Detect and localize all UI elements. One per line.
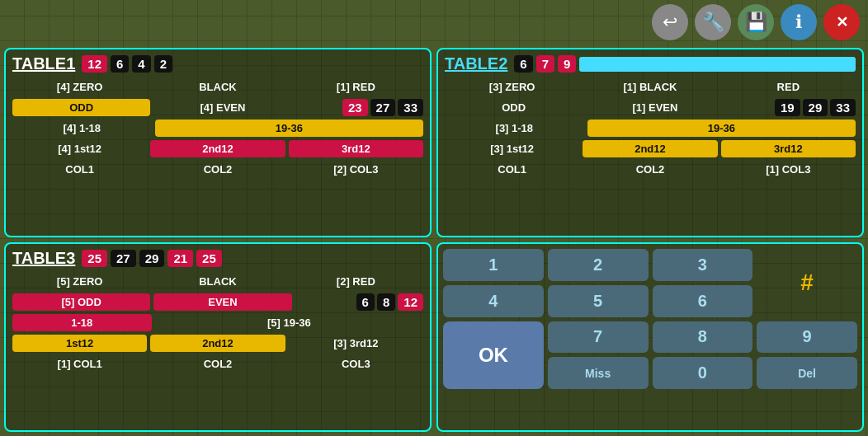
table3-118[interactable]: 1-18 (12, 314, 152, 331)
table3-badge-1[interactable]: 27 (111, 250, 136, 267)
table3-badge-4[interactable]: 25 (196, 250, 222, 267)
numpad-7[interactable]: 7 (548, 321, 649, 354)
table2-118[interactable]: [3] 1-18 (445, 120, 584, 137)
wrench-button[interactable]: 🔧 (695, 4, 731, 40)
table1-3rd12[interactable]: 3rd12 (289, 140, 423, 157)
table1-num23[interactable]: 23 (342, 99, 368, 116)
table3-col3[interactable]: COL3 (289, 355, 423, 373)
table2-panel: TABLE2 6 7 9 [3] ZERO [1] BLACK RED ODD … (436, 48, 864, 237)
back-button[interactable]: ↩ (652, 4, 688, 40)
table1-badge-2[interactable]: 4 (132, 55, 150, 73)
table3-num8[interactable]: 8 (377, 293, 395, 311)
table2-col3[interactable]: [1] COL3 (721, 161, 856, 178)
table2-red[interactable]: RED (721, 78, 856, 96)
table3-row3: 1-18 [5] 19-36 (12, 314, 423, 331)
table3-num12[interactable]: 12 (398, 293, 423, 311)
numpad-2[interactable]: 2 (548, 249, 649, 281)
table2-num33[interactable]: 33 (830, 99, 856, 116)
numpad-6[interactable]: 6 (653, 285, 753, 317)
table1-header: TABLE1 12 6 4 2 (12, 54, 423, 73)
table3-panel: TABLE3 25 27 29 21 25 [5] ZERO BLACK [2]… (4, 242, 432, 432)
table3-col1[interactable]: [1] COL1 (12, 355, 147, 373)
table3-1936[interactable]: [5] 19-36 (155, 314, 423, 331)
table2-zero[interactable]: [3] ZERO (445, 78, 579, 96)
table2-badge-2[interactable]: 9 (558, 55, 576, 73)
table2-3rd12[interactable]: 3rd12 (721, 140, 856, 157)
table3-badge-2[interactable]: 29 (139, 250, 165, 267)
table1-row3: [4] 1-18 19-36 (12, 120, 423, 137)
close-button[interactable]: ✕ (823, 4, 860, 40)
table1-1936[interactable]: 19-36 (155, 120, 423, 137)
miss-button[interactable]: Miss (548, 357, 649, 389)
ok-button[interactable]: OK (443, 321, 544, 390)
table1-num27[interactable]: 27 (370, 99, 396, 116)
table1-col1[interactable]: COL1 (12, 161, 147, 178)
table1-col2[interactable]: COL2 (150, 161, 285, 178)
table3-3rd12[interactable]: [3] 3rd12 (289, 335, 423, 352)
table3-zero[interactable]: [5] ZERO (12, 273, 147, 290)
table1-col3[interactable]: [2] COL3 (289, 161, 423, 178)
table3-even[interactable]: EVEN (153, 293, 291, 311)
table1-even[interactable]: [4] EVEN (153, 99, 291, 116)
numpad-3[interactable]: 3 (653, 249, 753, 281)
top-bar: ↩ 🔧 💾 ℹ ✕ (652, 4, 860, 40)
table2-even[interactable]: [1] EVEN (586, 99, 724, 116)
table3-2nd12[interactable]: 2nd12 (150, 335, 285, 352)
table3-odd[interactable]: [5] ODD (12, 293, 150, 311)
table1-row4: [4] 1st12 2nd12 3rd12 (12, 140, 423, 157)
numpad-panel: 1 2 3 # 4 5 6 OK 7 8 9 Miss 0 Del (436, 242, 864, 432)
table2-badge-0[interactable]: 6 (514, 55, 532, 73)
del-button[interactable]: Del (757, 357, 857, 389)
table1-panel: TABLE1 12 6 4 2 [4] ZERO BLACK [1] RED O… (4, 48, 432, 237)
table2-title: TABLE2 (445, 54, 507, 73)
table2-1936[interactable]: 19-36 (587, 120, 856, 137)
table1-1st12[interactable]: [4] 1st12 (12, 140, 147, 157)
table1-black[interactable]: BLACK (150, 78, 285, 96)
table3-col2[interactable]: COL2 (150, 355, 285, 373)
table1-row2: ODD [4] EVEN 23 27 33 (12, 99, 423, 116)
table3-num6[interactable]: 6 (356, 293, 375, 311)
numpad-0[interactable]: 0 (653, 357, 753, 389)
table3-row1: [5] ZERO BLACK [2] RED (12, 273, 423, 290)
table3-row5: [1] COL1 COL2 COL3 (12, 355, 423, 373)
hash-button[interactable]: # (757, 249, 857, 317)
table2-col1[interactable]: COL1 (445, 161, 579, 178)
table1-odd[interactable]: ODD (12, 99, 150, 116)
table1-zero[interactable]: [4] ZERO (12, 78, 147, 96)
table2-row2: ODD [1] EVEN 19 29 33 (445, 99, 856, 116)
table2-black[interactable]: [1] BLACK (583, 78, 717, 96)
table2-col2[interactable]: COL2 (583, 161, 717, 178)
numpad-9[interactable]: 9 (757, 321, 857, 354)
table2-1st12[interactable]: [3] 1st12 (445, 140, 579, 157)
table1-red[interactable]: [1] RED (289, 78, 423, 96)
numpad-8[interactable]: 8 (653, 321, 753, 354)
main-grid: TABLE1 12 6 4 2 [4] ZERO BLACK [1] RED O… (4, 48, 864, 432)
table1-num33[interactable]: 33 (398, 99, 423, 116)
table3-title: TABLE3 (12, 249, 75, 268)
numpad-1[interactable]: 1 (443, 249, 544, 281)
table2-num29[interactable]: 29 (803, 99, 828, 116)
table3-red[interactable]: [2] RED (289, 273, 423, 290)
table1-badge-1[interactable]: 6 (111, 55, 129, 73)
table1-badge-3[interactable]: 2 (154, 55, 172, 73)
table2-2nd12[interactable]: 2nd12 (583, 140, 717, 157)
table2-row1: [3] ZERO [1] BLACK RED (445, 78, 856, 96)
table3-header: TABLE3 25 27 29 21 25 (12, 249, 423, 268)
info-button[interactable]: ℹ (781, 4, 817, 40)
table2-odd[interactable]: ODD (445, 99, 583, 116)
table3-badge-0[interactable]: 25 (82, 250, 107, 267)
table1-badge-0[interactable]: 12 (82, 55, 107, 73)
table3-row4: 1st12 2nd12 [3] 3rd12 (12, 335, 423, 352)
save-button[interactable]: 💾 (738, 4, 774, 40)
table3-black[interactable]: BLACK (150, 273, 285, 290)
table2-badge-1[interactable]: 7 (536, 55, 554, 73)
table3-1st12[interactable]: 1st12 (12, 335, 147, 352)
table2-header: TABLE2 6 7 9 (445, 54, 856, 73)
numpad-4[interactable]: 4 (443, 285, 544, 317)
numpad-5[interactable]: 5 (548, 285, 649, 317)
table1-2nd12[interactable]: 2nd12 (150, 140, 285, 157)
table2-row3: [3] 1-18 19-36 (445, 120, 856, 137)
table3-badge-3[interactable]: 21 (167, 250, 193, 267)
table1-118[interactable]: [4] 1-18 (12, 120, 152, 137)
table2-num19[interactable]: 19 (775, 99, 800, 116)
